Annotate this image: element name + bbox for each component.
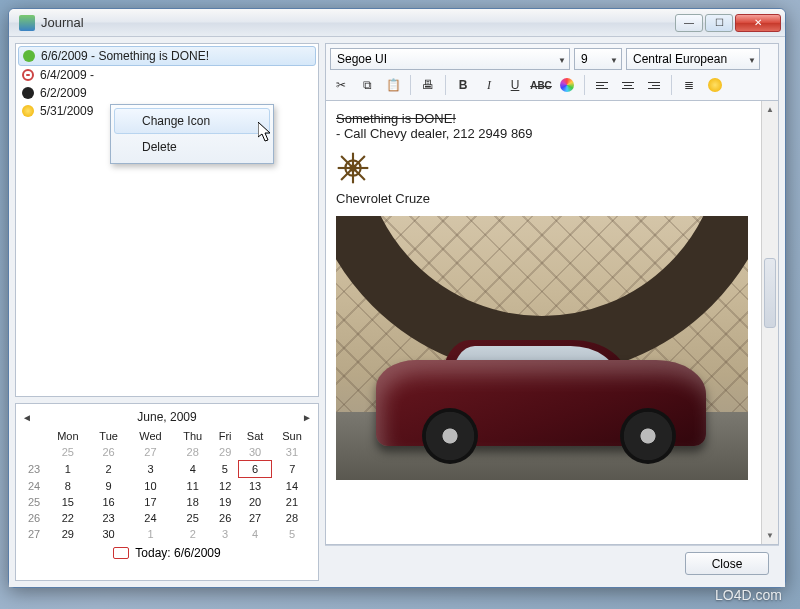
cal-day[interactable]: 5 [212,461,238,478]
cal-day[interactable]: 26 [212,510,238,526]
cal-week-num [22,444,46,461]
font-color-button[interactable] [556,74,578,96]
cal-day[interactable]: 13 [238,478,272,495]
cal-day[interactable]: 9 [90,478,128,495]
watermark: LO4D.com [715,587,782,603]
entry-row[interactable]: 6/6/2009 - Something is DONE! [18,46,316,66]
cal-day[interactable]: 22 [46,510,90,526]
cal-day[interactable]: 11 [173,478,212,495]
smile-icon [708,78,722,92]
cal-day[interactable]: 29 [46,526,90,542]
cal-day[interactable]: 30 [238,444,272,461]
close-button[interactable]: Close [685,552,769,575]
cut-button[interactable]: ✂ [330,74,352,96]
list-icon: ≣ [684,78,694,92]
bullet-list-button[interactable]: ≣ [678,74,700,96]
cal-day[interactable]: 27 [128,444,174,461]
charset-select[interactable]: Central European▼ [626,48,760,70]
entries-list[interactable]: 6/6/2009 - Something is DONE!6/4/2009 -6… [15,43,319,397]
cal-day[interactable]: 20 [238,494,272,510]
cal-day[interactable]: 28 [173,444,212,461]
align-left-button[interactable] [591,74,613,96]
entry-row[interactable]: 6/4/2009 - [18,66,316,84]
cal-day[interactable]: 6 [238,461,272,478]
cal-day-header: Fri [212,428,238,444]
cal-day[interactable]: 4 [173,461,212,478]
maximize-button[interactable]: ☐ [705,14,733,32]
printer-icon: 🖶 [422,78,434,92]
cal-day[interactable]: 31 [272,444,312,461]
scroll-down-button[interactable]: ▼ [762,527,778,544]
strikethrough-button[interactable]: ABC [530,74,552,96]
entry-text: 6/4/2009 - [40,68,94,82]
cal-day[interactable]: 24 [128,510,174,526]
entry-text: 5/31/2009 [40,104,93,118]
underline-button[interactable]: U [504,74,526,96]
cal-day[interactable]: 1 [128,526,174,542]
insert-emoji-button[interactable] [704,74,726,96]
bold-button[interactable]: B [452,74,474,96]
editor-area[interactable]: Something is DONE! - Call Chevy dealer, … [325,100,779,545]
align-center-button[interactable] [617,74,639,96]
cal-day-header: Thu [173,428,212,444]
copy-button[interactable]: ⧉ [356,74,378,96]
cal-day[interactable]: 27 [238,510,272,526]
calendar: ◄ June, 2009 ► MonTueWedThuFriSatSun 252… [15,403,319,581]
calendar-grid: MonTueWedThuFriSatSun 252627282930312312… [22,428,312,542]
print-button[interactable]: 🖶 [417,74,439,96]
cal-day[interactable]: 19 [212,494,238,510]
scroll-up-button[interactable]: ▲ [762,101,778,118]
cal-day[interactable]: 18 [173,494,212,510]
context-menu: Change Icon Delete [110,104,274,164]
red-ring-icon [22,69,34,81]
context-change-icon[interactable]: Change Icon [114,108,270,134]
editor-content[interactable]: Something is DONE! - Call Chevy dealer, … [326,101,778,490]
cal-day[interactable]: 2 [90,461,128,478]
cal-day[interactable]: 8 [46,478,90,495]
cal-day[interactable]: 1 [46,461,90,478]
cursor-icon [258,122,274,142]
cal-day[interactable]: 21 [272,494,312,510]
font-size-select[interactable]: 9▼ [574,48,622,70]
scroll-track[interactable] [762,118,778,527]
cal-day[interactable]: 14 [272,478,312,495]
cal-day[interactable]: 17 [128,494,174,510]
paste-button[interactable]: 📋 [382,74,404,96]
cal-day[interactable]: 25 [173,510,212,526]
cal-day[interactable]: 4 [238,526,272,542]
cal-day[interactable]: 23 [90,510,128,526]
cal-day[interactable]: 5 [272,526,312,542]
calendar-today[interactable]: Today: 6/6/2009 [22,546,312,560]
cal-day[interactable]: 26 [90,444,128,461]
scroll-thumb[interactable] [764,258,776,328]
align-right-button[interactable] [643,74,665,96]
cal-day[interactable]: 12 [212,478,238,495]
context-delete[interactable]: Delete [114,134,270,160]
embedded-image [336,216,748,480]
cal-next-month[interactable]: ► [302,412,312,423]
vertical-scrollbar[interactable]: ▲ ▼ [761,101,778,544]
scissors-icon: ✂ [336,78,346,92]
cal-day[interactable]: 7 [272,461,312,478]
chevron-down-icon: ▼ [558,56,566,65]
window-close-button[interactable]: ✕ [735,14,781,32]
cal-day[interactable]: 16 [90,494,128,510]
black-dot-icon [22,87,34,99]
font-select[interactable]: Segoe UI▼ [330,48,570,70]
cal-day[interactable]: 15 [46,494,90,510]
italic-button[interactable]: I [478,74,500,96]
cal-day[interactable]: 3 [212,526,238,542]
cal-day-header: Sun [272,428,312,444]
entry-row[interactable]: 6/2/2009 [18,84,316,102]
cal-day[interactable]: 2 [173,526,212,542]
titlebar[interactable]: Journal ― ☐ ✕ [9,9,785,37]
cal-prev-month[interactable]: ◄ [22,412,32,423]
cal-day[interactable]: 10 [128,478,174,495]
cal-day[interactable]: 25 [46,444,90,461]
cal-day[interactable]: 28 [272,510,312,526]
cal-day[interactable]: 3 [128,461,174,478]
minimize-button[interactable]: ― [675,14,703,32]
chevron-down-icon: ▼ [610,56,618,65]
cal-day[interactable]: 30 [90,526,128,542]
cal-day[interactable]: 29 [212,444,238,461]
